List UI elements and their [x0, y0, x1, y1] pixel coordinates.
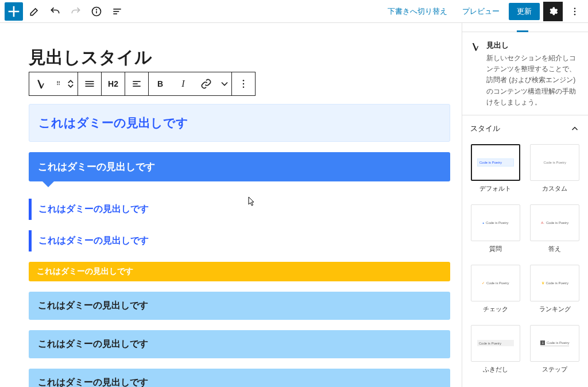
update-button[interactable]: 更新 — [509, 3, 540, 20]
style-option-check[interactable]: Code is Poetry チェック — [470, 265, 521, 314]
style-preview: Code is Poetry — [471, 204, 520, 241]
heading-block-blue3[interactable]: これはダミーの見出しです — [29, 369, 450, 387]
style-option-question[interactable]: Code is Poetry 質問 — [470, 204, 521, 253]
style-label: 答え — [548, 245, 561, 253]
style-label: デフォルト — [479, 184, 511, 193]
style-preview: Code is Poetry — [471, 265, 520, 301]
outline-button[interactable] — [108, 2, 126, 21]
block-type-icon[interactable] — [29, 72, 52, 95]
settings-sidebar: 見出し 新しいセクションを紹介しコンテンツを整理することで、訪問者 (および検索… — [462, 23, 588, 387]
editor-topbar: 下書きへ切り替え プレビュー 更新 — [0, 0, 588, 23]
style-label: 質問 — [489, 245, 502, 253]
svg-point-15 — [243, 80, 245, 82]
page-title[interactable]: 見出しスタイル — [29, 46, 450, 69]
link-button[interactable] — [195, 72, 218, 95]
block-card: 見出し 新しいセクションを紹介しコンテンツを整理することで、訪問者 (および検索… — [462, 32, 588, 115]
style-preview: Code is Poetry — [471, 144, 520, 181]
app-root: 下書きへ切り替え プレビュー 更新 見出しスタイル ⠿ — [0, 0, 588, 387]
heading-block-border2[interactable]: これはダミーの見出しです — [29, 230, 450, 251]
svg-point-7 — [574, 10, 576, 12]
bold-button[interactable]: B — [149, 72, 172, 95]
style-label: ふきだし — [483, 365, 508, 374]
chevron-up-icon — [570, 123, 580, 134]
undo-button[interactable] — [46, 2, 64, 21]
heading-block-yellow[interactable]: これはダミーの見出しです — [29, 262, 450, 281]
heading-block-speech[interactable]: これはダミーの見出しです — [29, 152, 450, 181]
sidebar-tabs[interactable] — [462, 23, 588, 32]
drag-handle-icon[interactable]: ⠿ — [52, 72, 64, 95]
svg-rect-13 — [133, 83, 137, 84]
svg-rect-14 — [133, 86, 140, 87]
heading-block-icon — [470, 41, 481, 52]
style-option-ranking[interactable]: Code is Poetry ランキング — [530, 265, 581, 314]
svg-point-8 — [574, 13, 576, 15]
topbar-left — [0, 2, 126, 21]
style-grid: Code is Poetry デフォルト Code is Poetry カスタム… — [462, 142, 588, 385]
active-tab-indicator — [517, 30, 528, 32]
style-option-custom[interactable]: Code is Poetry カスタム — [530, 144, 581, 193]
svg-rect-12 — [133, 81, 140, 82]
edit-mode-button[interactable] — [25, 2, 44, 21]
svg-point-16 — [243, 83, 245, 85]
style-preview: Code is Poetry — [530, 204, 579, 241]
heading-block-border1[interactable]: これはダミーの見出しです — [29, 199, 450, 220]
more-options-button[interactable] — [566, 2, 583, 21]
main-area: 見出しスタイル ⠿ H2 — [0, 23, 588, 387]
settings-button[interactable] — [543, 2, 563, 21]
add-block-button[interactable] — [5, 2, 23, 21]
style-panel-toggle[interactable]: スタイル — [462, 115, 588, 142]
style-option-speech[interactable]: Code is Poetry ふきだし — [470, 325, 521, 374]
switch-to-draft-button[interactable]: 下書きへ切り替え — [382, 3, 453, 20]
heading-level-button[interactable]: H2 — [102, 72, 125, 95]
info-button[interactable] — [87, 2, 106, 21]
block-description: 新しいセクションを紹介しコンテンツを整理することで、訪問者 (および検索エンジン… — [486, 53, 580, 108]
block-name: 見出し — [486, 40, 580, 51]
heading-block-default[interactable]: これはダミーの見出しです — [29, 104, 450, 142]
align-button[interactable] — [78, 72, 101, 95]
move-buttons[interactable] — [64, 72, 78, 95]
style-label: ステップ — [542, 365, 567, 374]
style-label: カスタム — [542, 184, 567, 193]
svg-rect-9 — [86, 81, 94, 82]
heading-block-blue2[interactable]: これはダミーの見出しです — [29, 330, 450, 358]
block-toolbar: ⠿ H2 — [29, 72, 256, 96]
editor-canvas[interactable]: 見出しスタイル ⠿ H2 — [0, 23, 462, 387]
heading-block-blue1[interactable]: これはダミーの見出しです — [29, 292, 450, 320]
svg-rect-10 — [86, 83, 94, 84]
svg-point-2 — [96, 9, 97, 10]
style-preview: Code is Poetry — [530, 265, 579, 301]
block-more-button[interactable] — [232, 72, 255, 95]
style-label: チェック — [483, 305, 508, 314]
more-rich-text-button[interactable] — [218, 72, 231, 95]
text-align-button[interactable] — [125, 72, 148, 95]
style-label: ランキング — [539, 305, 571, 314]
topbar-right: 下書きへ切り替え プレビュー 更新 — [382, 2, 583, 21]
style-preview: Code is Poetry — [530, 325, 579, 362]
svg-point-17 — [243, 87, 245, 88]
redo-button[interactable] — [67, 2, 85, 21]
italic-button[interactable]: I — [172, 72, 195, 95]
preview-button[interactable]: プレビュー — [457, 3, 505, 20]
style-option-answer[interactable]: Code is Poetry 答え — [530, 204, 581, 253]
style-option-step[interactable]: Code is Poetry ステップ — [530, 325, 581, 374]
svg-rect-11 — [86, 86, 94, 87]
style-panel-title: スタイル — [470, 123, 500, 134]
style-option-default[interactable]: Code is Poetry デフォルト — [470, 144, 521, 193]
style-preview: Code is Poetry — [530, 144, 579, 181]
style-preview: Code is Poetry — [471, 325, 520, 362]
svg-point-6 — [574, 7, 576, 9]
